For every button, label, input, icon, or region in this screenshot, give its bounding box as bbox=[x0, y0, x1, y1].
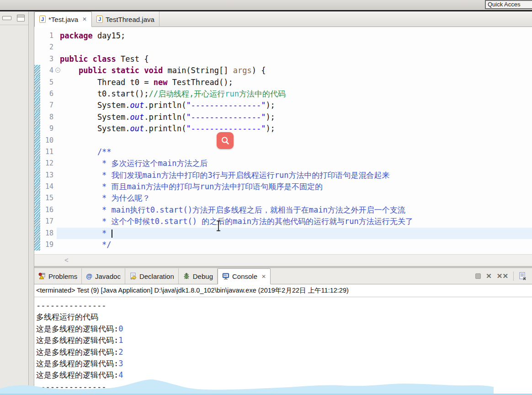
code-line-7[interactable]: 7 System.out.println("---------------"); bbox=[34, 100, 532, 111]
code-line-10[interactable]: 10 bbox=[34, 135, 532, 146]
code-line-6[interactable]: 6 t0.start();//启动线程,开心运行run方法中的代码 bbox=[34, 88, 532, 100]
code-line-8[interactable]: 8 System.out.println("---------------"); bbox=[34, 112, 532, 123]
code-text[interactable]: Thread t0 = new TestThread(); bbox=[57, 77, 532, 88]
range-indicator bbox=[34, 158, 40, 169]
horizontal-sash[interactable] bbox=[34, 266, 532, 268]
console-toolbar: ✕ ✕✕ bbox=[475, 268, 532, 284]
wave-overlay bbox=[0, 379, 494, 394]
left-panel-toolbar bbox=[0, 11, 28, 25]
code-text[interactable]: * 这个个时候t0.start() 的之后的main方法的其他代码的运行就与ru… bbox=[57, 216, 532, 227]
text-segment: ); bbox=[266, 112, 275, 122]
clear-console-icon[interactable] bbox=[519, 272, 527, 280]
line-number: 10 bbox=[40, 135, 57, 146]
range-indicator bbox=[34, 135, 40, 146]
code-text[interactable] bbox=[57, 42, 532, 53]
code-text[interactable]: */ bbox=[57, 239, 532, 251]
console-status-line: <terminated> Test (9) [Java Application]… bbox=[34, 284, 532, 297]
code-line-12[interactable]: 12 * 多次运行这个main方法之后 bbox=[34, 158, 532, 169]
range-indicator bbox=[34, 204, 40, 216]
code-text[interactable]: * 我们发现main方法中打印的3行与开启线程运行run方法中的打印语句是混合起… bbox=[57, 170, 532, 181]
code-text[interactable]: System.out.println("---------------"); bbox=[57, 112, 532, 123]
tab-javadoc[interactable]: @ Javadoc bbox=[82, 268, 125, 284]
range-indicator bbox=[34, 65, 40, 76]
code-text[interactable]: package day15; bbox=[57, 30, 532, 42]
tab-testthread-java[interactable]: J TestThread.java bbox=[92, 11, 160, 27]
code-text[interactable]: * 为什么呢？ bbox=[57, 192, 532, 204]
quick-access-box[interactable]: Quick Acces bbox=[485, 0, 532, 9]
code-line-16[interactable]: 16 * main执行t0.start()方法开启多线程之后，就相当于在main… bbox=[34, 204, 532, 216]
text-segment: 2 bbox=[118, 347, 123, 357]
tab-console[interactable]: Console ✕ bbox=[218, 268, 271, 284]
code-text[interactable]: public static void main(String[] args) { bbox=[57, 65, 532, 76]
java-file-icon: J bbox=[96, 16, 103, 23]
terminate-icon[interactable] bbox=[475, 273, 481, 279]
range-indicator bbox=[34, 181, 40, 192]
tab-declaration[interactable]: Declaration bbox=[125, 268, 179, 284]
scroll-left-arrow[interactable]: < bbox=[64, 256, 69, 264]
range-indicator bbox=[34, 216, 40, 227]
code-text[interactable]: t0.start();//启动线程,开心运行run方法中的代码 bbox=[57, 88, 532, 100]
remove-all-terminated-icon[interactable]: ✕✕ bbox=[497, 272, 508, 280]
line-number: 12 bbox=[40, 158, 57, 169]
text-segment: out bbox=[130, 124, 144, 133]
console-line: 这是多线程的逻辑代码:3 bbox=[36, 358, 532, 369]
tab-label: Declaration bbox=[139, 272, 174, 280]
code-lines[interactable]: 1package day15;23public class Test {4− p… bbox=[34, 27, 532, 254]
line-number: 11 bbox=[40, 146, 57, 158]
code-text[interactable]: * 多次运行这个main方法之后 bbox=[57, 158, 532, 169]
line-number: 16 bbox=[40, 204, 57, 216]
text-segment: 1 bbox=[118, 336, 123, 345]
range-indicator bbox=[34, 170, 40, 181]
remove-launch-icon[interactable]: ✕ bbox=[486, 272, 492, 280]
console-icon bbox=[222, 273, 229, 280]
text-segment: 这是多线程的逻辑代码: bbox=[36, 347, 118, 357]
text-segment: ); bbox=[266, 101, 275, 110]
tab-label: Problems bbox=[48, 272, 77, 280]
code-text[interactable] bbox=[57, 135, 532, 146]
code-line-17[interactable]: 17 * 这个个时候t0.start() 的之后的main方法的其他代码的运行就… bbox=[34, 216, 532, 227]
code-line-19[interactable]: 19 */ bbox=[34, 239, 532, 251]
code-text[interactable]: System.out.println("---------------"); bbox=[57, 123, 532, 134]
code-text[interactable]: * main执行t0.start()方法开启多线程之后，就相当于在main方法之… bbox=[57, 204, 532, 216]
range-indicator bbox=[34, 53, 40, 65]
text-segment: System. bbox=[60, 112, 130, 122]
tab-test-java[interactable]: J *Test.java ✕ bbox=[34, 11, 92, 27]
code-text[interactable]: public class Test { bbox=[57, 53, 532, 65]
restore-icon[interactable] bbox=[17, 15, 25, 21]
code-text[interactable]: /** bbox=[57, 146, 532, 158]
code-line-1[interactable]: 1package day15; bbox=[34, 30, 532, 42]
tab-debug[interactable]: Debug bbox=[179, 268, 218, 284]
console-line: 这是多线程的逻辑代码:2 bbox=[36, 347, 532, 358]
code-line-15[interactable]: 15 * 为什么呢？ bbox=[34, 192, 532, 204]
code-line-5[interactable]: 5 Thread t0 = new TestThread(); bbox=[34, 77, 532, 88]
text-segment: System. bbox=[60, 124, 130, 133]
text-segment: .println( bbox=[144, 112, 186, 122]
range-indicator bbox=[34, 192, 40, 204]
vertical-sash[interactable] bbox=[29, 11, 34, 395]
line-number: 7 bbox=[40, 100, 57, 111]
code-line-13[interactable]: 13 * 我们发现main方法中打印的3行与开启线程运行run方法中的打印语句是… bbox=[34, 170, 532, 181]
code-line-14[interactable]: 14 * 而且main方法中的打印与run方法中打印语句顺序是不固定的 bbox=[34, 181, 532, 192]
magnifier-click-badge bbox=[217, 132, 234, 149]
java-file-icon: J bbox=[39, 16, 46, 23]
horizontal-scroll-strip[interactable]: < bbox=[34, 254, 532, 266]
console-view: Problems @ Javadoc Declaration bbox=[34, 268, 532, 395]
code-text[interactable]: * 而且main方法中的打印与run方法中打印语句顺序是不固定的 bbox=[57, 181, 532, 192]
code-line-11[interactable]: 11 /** bbox=[34, 146, 532, 158]
range-indicator bbox=[34, 77, 40, 88]
close-icon[interactable]: ✕ bbox=[82, 16, 87, 22]
minimize-icon[interactable] bbox=[2, 16, 11, 20]
close-icon[interactable]: ✕ bbox=[261, 273, 266, 280]
line-number: 2 bbox=[40, 42, 57, 53]
problems-icon bbox=[38, 272, 46, 280]
code-text[interactable]: System.out.println("---------------"); bbox=[57, 100, 532, 111]
code-line-3[interactable]: 3public class Test { bbox=[34, 53, 532, 65]
code-line-9[interactable]: 9 System.out.println("---------------"); bbox=[34, 123, 532, 134]
code-line-18[interactable]: 18 * bbox=[34, 228, 532, 239]
code-text[interactable]: * bbox=[57, 228, 532, 239]
tab-problems[interactable]: Problems bbox=[34, 268, 82, 284]
code-line-4[interactable]: 4− public static void main(String[] args… bbox=[34, 65, 532, 76]
tab-label: TestThread.java bbox=[106, 16, 154, 23]
line-number: 17 bbox=[40, 216, 57, 227]
code-line-2[interactable]: 2 bbox=[34, 42, 532, 53]
